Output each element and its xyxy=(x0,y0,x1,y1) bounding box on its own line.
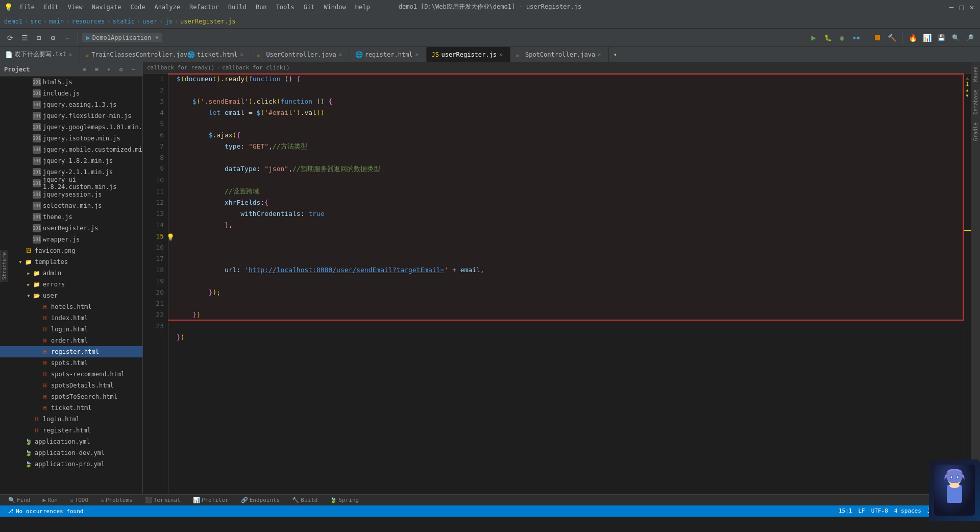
menu-help[interactable]: Help xyxy=(351,3,374,12)
settings-icon[interactable]: ⚙ xyxy=(47,32,59,44)
tree-item-wrapperjs[interactable]: 101 wrapper.js xyxy=(0,234,142,245)
run-config-dropdown-icon[interactable]: ▼ xyxy=(155,35,158,40)
tab-spotcontroller[interactable]: ☕ SpotController.java ✕ xyxy=(510,47,609,62)
sidebar-locate-btn[interactable]: ⊕ xyxy=(79,64,89,75)
menu-window[interactable]: Window xyxy=(320,3,350,12)
tree-item-register2[interactable]: H register.html xyxy=(0,425,142,436)
tab-register[interactable]: 🌐 register.html ✕ xyxy=(350,47,427,62)
menu-code[interactable]: Code xyxy=(127,3,150,12)
tree-item-html5js[interactable]: 101 html5.js xyxy=(0,77,142,88)
bottom-tab-spring[interactable]: 🍃 Spring xyxy=(326,495,363,506)
layout-icon[interactable]: ⊟ xyxy=(33,32,45,44)
tree-item-admin[interactable]: ▶ 📁 admin xyxy=(0,268,142,279)
breadcrumb-resources[interactable]: resources xyxy=(71,18,105,25)
tree-item-jquery182[interactable]: 101 jquery-1.8.2.min.js xyxy=(0,155,142,166)
save-button[interactable]: 💾 xyxy=(935,32,947,44)
menu-git[interactable]: Git xyxy=(300,3,319,12)
menu-build[interactable]: Build xyxy=(224,3,251,12)
tree-item-spots-recommend[interactable]: H spots-recommend.html xyxy=(0,369,142,380)
tree-item-approyml[interactable]: 🍃 application-pro.yml xyxy=(0,458,142,470)
tree-item-jqueryflex[interactable]: 101 jquery.flexslider-min.js xyxy=(0,110,142,122)
lightbulb-icon[interactable]: 💡 xyxy=(168,232,175,243)
tree-item-hotels[interactable]: H hotels.html xyxy=(0,301,142,312)
bottom-tab-todo[interactable]: ☑ TODO xyxy=(66,495,92,506)
tree-item-jquerygoogle[interactable]: 101 jquery.googlemaps.1.01.min.js xyxy=(0,122,142,133)
tab-close-userregister-js[interactable]: ✕ xyxy=(497,51,505,59)
inspect-button[interactable]: 🔎 xyxy=(964,32,976,44)
fold-icon-12[interactable]: ⌄ xyxy=(168,197,169,208)
bottom-tab-terminal[interactable]: ⬛ Terminal xyxy=(141,495,185,506)
collapse-icon[interactable]: − xyxy=(61,32,74,44)
breadcrumb-src[interactable]: src xyxy=(30,18,41,25)
scrollbar-indicator[interactable]: ⚠ 1 ▲▼ xyxy=(964,74,971,494)
debug-button[interactable]: 🐛 xyxy=(822,32,834,44)
breadcrumb-file[interactable]: userRegister.js xyxy=(180,18,235,25)
menu-view[interactable]: View xyxy=(64,3,87,12)
tree-arrow-user[interactable]: ▼ xyxy=(24,292,33,300)
tree-item-jqueryeasing[interactable]: 101 jquery.easing.1.3.js xyxy=(0,99,142,110)
sidebar-close-btn[interactable]: − xyxy=(128,64,138,75)
menu-navigate[interactable]: Navigate xyxy=(88,3,126,12)
bottom-tab-find[interactable]: 🔍 Find xyxy=(4,495,35,506)
fold-icon-1[interactable]: ⌄ xyxy=(168,74,169,85)
tab-trainclasses[interactable]: ☕ TrainClassesController.java ✕ xyxy=(80,47,182,62)
close-button[interactable]: ✕ xyxy=(968,3,976,11)
tree-item-login2[interactable]: H login.html xyxy=(0,414,142,425)
tab-userregister-js[interactable]: JS userRegister.js ✕ xyxy=(427,47,510,62)
tree-arrow-admin[interactable]: ▶ xyxy=(24,269,33,277)
tree-item-includejs[interactable]: 101 include.js xyxy=(0,88,142,99)
tree-item-appdevyml[interactable]: 🍃 application-dev.yml xyxy=(0,447,142,458)
tab-ticket[interactable]: 🌐 ticket.html ✕ xyxy=(182,47,251,62)
profile-button[interactable]: ▶◼ xyxy=(850,32,863,44)
run-configuration[interactable]: ▶ Demo1Application ▼ xyxy=(82,33,162,42)
database-panel-label[interactable]: Database xyxy=(972,86,979,118)
stop-button[interactable]: ⏹ xyxy=(871,32,884,44)
structure-panel-label[interactable]: Structure xyxy=(0,250,8,282)
tree-item-login[interactable]: H login.html xyxy=(0,324,142,335)
sidebar-collapse-btn[interactable]: ≡ xyxy=(91,64,102,75)
tree-item-appyml[interactable]: 🍃 application.yml xyxy=(0,436,142,447)
status-git-icon[interactable]: ⎇ No occurrences found xyxy=(4,508,86,515)
menu-analyze[interactable]: Analyze xyxy=(150,3,184,12)
coverage-button[interactable]: ◉ xyxy=(836,32,848,44)
bottom-tab-build[interactable]: 🔨 Build xyxy=(288,495,322,506)
mem-button[interactable]: 📊 xyxy=(921,32,933,44)
tree-item-errors[interactable]: ▶ 📁 errors xyxy=(0,279,142,290)
tree-item-ticket-html[interactable]: H ticket.html xyxy=(0,402,142,414)
tree-item-user-folder[interactable]: ▼ 📂 user xyxy=(0,290,142,301)
bottom-tab-endpoints[interactable]: 🔗 Endpoints xyxy=(237,495,284,506)
tree-item-userregisterjs[interactable]: 101 userRegister.js xyxy=(0,223,142,234)
tree-item-register-selected[interactable]: H register.html xyxy=(0,346,142,357)
tab-close-txt[interactable]: ✕ xyxy=(66,51,75,59)
tab-close-spotcontroller[interactable]: ✕ xyxy=(595,51,603,59)
fold-icon-3[interactable]: ⌄ xyxy=(168,96,169,107)
menu-file[interactable]: File xyxy=(16,3,39,12)
tree-item-jquerysession[interactable]: 101 jquerysession.js xyxy=(0,189,142,200)
sidebar-options-btn[interactable]: ▾ xyxy=(104,64,114,75)
sync-icon[interactable]: ⟳ xyxy=(4,32,16,44)
tree-arrow-templates[interactable]: ▼ xyxy=(16,258,24,266)
menu-refactor[interactable]: Refactor xyxy=(185,3,223,12)
menu-run[interactable]: Run xyxy=(252,3,271,12)
bottom-tab-problems[interactable]: ⚠ Problems xyxy=(96,495,137,506)
gradle-panel-label[interactable]: Gradle xyxy=(972,118,979,145)
tree-item-jqueryisotope[interactable]: 101 jquery.isotope.min.js xyxy=(0,133,142,144)
tree-item-order[interactable]: H order.html xyxy=(0,335,142,346)
tree-item-templates[interactable]: ▼ 📁 templates xyxy=(0,256,142,268)
tree-item-favicon[interactable]: 🖼 favicon.png xyxy=(0,245,142,256)
status-line-col[interactable]: 15:1 xyxy=(836,507,855,515)
fold-icon-6[interactable]: ⌄ xyxy=(168,130,169,141)
tab-usercontroller[interactable]: ☕ UserController.java ✕ xyxy=(251,47,350,62)
build-button[interactable]: 🔨 xyxy=(886,32,898,44)
tab-overflow-arrow[interactable]: ▾ xyxy=(609,47,621,62)
tree-item-index[interactable]: H index.html xyxy=(0,312,142,324)
status-lf[interactable]: LF xyxy=(855,507,868,515)
status-encoding[interactable]: UTF-8 xyxy=(868,507,891,515)
tree-item-selectnav[interactable]: 101 selectnav.min.js xyxy=(0,200,142,211)
menu-tools[interactable]: Tools xyxy=(272,3,299,12)
tab-txt[interactable]: 📄 哎下什么要写.txt ✕ xyxy=(0,47,80,62)
tree-arrow-errors[interactable]: ▶ xyxy=(24,280,33,288)
tree-item-spotsdetails[interactable]: H spotsDetails.html xyxy=(0,380,142,391)
breadcrumb-js[interactable]: js xyxy=(165,18,172,25)
maven-panel-label[interactable]: Maven xyxy=(972,62,979,86)
